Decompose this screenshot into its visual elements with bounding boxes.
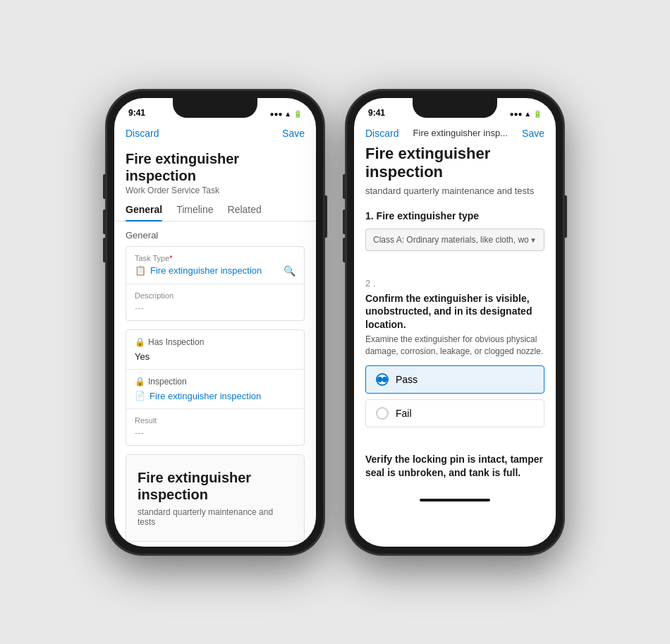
form-content: Fire extinguisher inspection standard qu… [354, 145, 556, 479]
question-3: Verify the locking pin is intact, tamper… [365, 453, 544, 478]
inspection-value[interactable]: 📄 Fire extinguisher inspection [135, 391, 296, 401]
screen-content-2: Discard Fire extinguisher insp... Save F… [354, 121, 556, 547]
page-header-1: Fire extinguisher inspection Work Order … [114, 145, 316, 198]
preview-card-1: Fire extinguisher inspection standard qu… [126, 454, 305, 542]
result-label: Result [135, 416, 296, 425]
question-2-number: 2 . [365, 278, 375, 288]
dropdown-text-1: Class A: Ordinary materials, like cloth,… [373, 235, 530, 245]
result-value[interactable]: --- [135, 427, 296, 438]
tab-timeline[interactable]: Timeline [176, 204, 213, 221]
task-type-field: Task Type* 📋 Fire extinguisher inspectio… [126, 247, 304, 284]
has-inspection-header: 🔒 Has Inspection [135, 337, 296, 347]
discard-button-2[interactable]: Discard [365, 128, 398, 139]
section-label-general: General [126, 230, 305, 241]
form-description: standard quarterly maintenance and tests [365, 186, 544, 196]
inspection-header: 🔒 Inspection [135, 377, 296, 387]
field-group-general: Task Type* 📋 Fire extinguisher inspectio… [126, 246, 305, 321]
question-2-body: Confirm the extinguisher is visible, uno… [365, 292, 544, 331]
nav-bar-2: Discard Fire extinguisher insp... Save [354, 121, 556, 145]
nav-title-2: Fire extinguisher insp... [413, 128, 508, 138]
question-2: 2 . Confirm the extinguisher is visible,… [365, 277, 544, 427]
page-subtitle-1: Work Order Service Task [126, 186, 305, 195]
lock-icon-1: 🔒 [135, 337, 145, 347]
form-title: Fire extinguisher inspection [365, 145, 544, 182]
option-pass[interactable]: Pass [365, 365, 544, 394]
lock-icon-2: 🔒 [135, 377, 145, 387]
nav-bar-1: Discard Save [114, 121, 316, 145]
question-1: 1. Fire extinguisher type Class A: Ordin… [365, 210, 544, 251]
description-value[interactable]: --- [135, 303, 296, 313]
discard-button-1[interactable]: Discard [126, 128, 159, 139]
tabs-1: General Timeline Related [114, 198, 316, 221]
task-type-label: Task Type* [135, 254, 296, 262]
option-fail[interactable]: Fail [365, 399, 544, 427]
phone-1: 9:41 ●●● ▲ 🔋 Discard Save Fire extinguis… [106, 90, 324, 555]
dropdown-arrow-1: ▼ [530, 236, 537, 244]
search-icon[interactable]: 🔍 [284, 265, 296, 277]
page-title-1: Fire extinguisher inspection [126, 150, 305, 184]
phone-2: 9:41 ●●● ▲ 🔋 Discard Fire extinguisher i… [346, 90, 564, 555]
task-icon: 📋 [135, 265, 146, 276]
preview-title-1: Fire extinguisher inspection [138, 469, 293, 503]
question-1-title: 1. Fire extinguisher type [365, 210, 544, 221]
inspection-icon: 📄 [135, 391, 145, 401]
tab-related[interactable]: Related [228, 204, 262, 221]
home-indicator-2 [420, 499, 490, 502]
tab-general[interactable]: General [126, 204, 162, 221]
option-pass-label: Pass [396, 374, 418, 385]
general-section: General Task Type* 📋 Fire extinguisher i… [114, 221, 316, 446]
has-inspection-value: Yes [135, 351, 296, 362]
save-button-1[interactable]: Save [282, 128, 305, 139]
screen-content-1: Discard Save Fire extinguisher inspectio… [114, 121, 316, 547]
notch-1 [173, 98, 257, 118]
radio-pass[interactable] [376, 373, 389, 386]
question-1-dropdown[interactable]: Class A: Ordinary materials, like cloth,… [365, 229, 544, 251]
inspection-field: 🔒 Inspection 📄 Fire extinguisher inspect… [126, 370, 304, 409]
has-inspection-field: 🔒 Has Inspection Yes [126, 330, 304, 370]
question-3-body: Verify the locking pin is intact, tamper… [365, 453, 544, 478]
preview-subtitle-1: standard quarterly maintenance and tests [138, 507, 293, 527]
task-type-value[interactable]: 📋 Fire extinguisher inspection [135, 265, 262, 276]
option-fail-label: Fail [396, 408, 412, 419]
save-button-2[interactable]: Save [522, 128, 544, 139]
question-2-instruction: Examine the extinguisher for obvious phy… [365, 334, 544, 358]
radio-fail[interactable] [376, 407, 389, 420]
has-inspection-group: 🔒 Has Inspection Yes 🔒 Inspection 📄 [126, 329, 305, 446]
description-label: Description [135, 291, 296, 300]
result-field: Result --- [126, 409, 304, 445]
description-field: Description --- [126, 284, 304, 320]
notch-2 [413, 98, 497, 118]
